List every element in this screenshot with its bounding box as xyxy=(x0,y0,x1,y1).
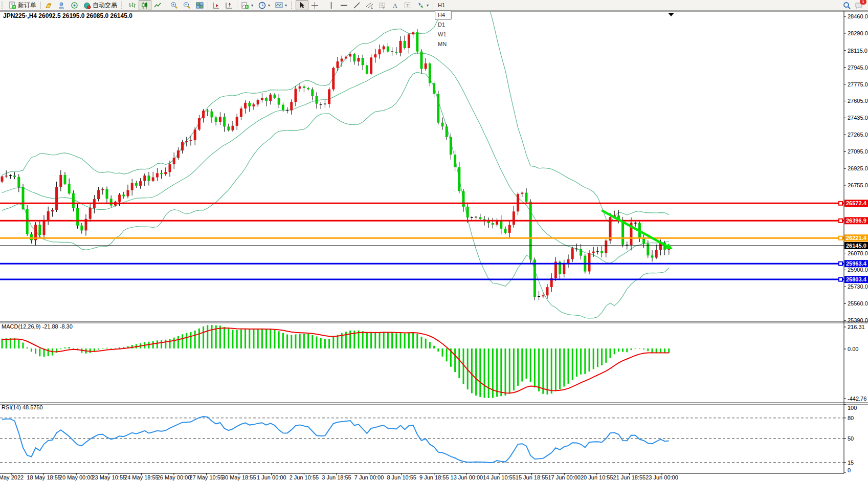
trendline-tool[interactable] xyxy=(350,0,363,10)
zoom-in-button[interactable] xyxy=(168,0,181,10)
svg-text:A: A xyxy=(393,2,397,9)
date-axis-label: 27 May 10:55 xyxy=(189,474,224,480)
date-axis-label: 21 Jun 18:55 xyxy=(613,474,646,480)
timeframe-button-H4[interactable]: H4 xyxy=(435,10,452,20)
indicator-panes xyxy=(0,325,844,463)
market-watch-button[interactable] xyxy=(42,0,55,10)
auto-trading-button[interactable]: 自动交易 xyxy=(81,0,120,10)
svg-text:T: T xyxy=(407,3,410,8)
rsi-label: RSI(14) 48.5750 xyxy=(2,404,43,410)
timeframe-button-D1[interactable]: D1 xyxy=(435,20,452,30)
price-axis-label: 26070.0 xyxy=(848,250,868,256)
price-axis-label: 28460.0 xyxy=(848,13,868,19)
level-price-label: 26145.0 xyxy=(846,243,866,249)
horizontal-line-icon xyxy=(340,2,348,9)
fibonacci-tool[interactable]: F xyxy=(376,0,389,10)
level-handle[interactable] xyxy=(839,262,842,266)
level-price-label: 25963.4 xyxy=(846,260,867,267)
rsi-line xyxy=(2,417,669,463)
date-axis-label: 7 Jun 00:00 xyxy=(354,474,384,480)
price-axis-label: 25900.0 xyxy=(848,267,868,273)
price-axis-label: 25390.0 xyxy=(848,317,868,323)
chart-title: JPN225-,H4 26092.5 26195.0 26085.0 26145… xyxy=(3,12,132,19)
price-axis-label: 27435.0 xyxy=(848,115,868,121)
macd-axis-label: 216.31 xyxy=(848,324,865,330)
level-handle[interactable] xyxy=(839,236,842,240)
profile-button[interactable] xyxy=(55,0,68,10)
channel-tool[interactable]: E xyxy=(363,0,376,10)
line-chart-icon xyxy=(154,2,162,9)
level-price-label: 26221.4 xyxy=(846,235,867,241)
date-axis-label: 3 Jun 18:55 xyxy=(322,474,351,480)
candle-chart-mode-button[interactable] xyxy=(139,0,151,10)
signal-button[interactable] xyxy=(68,0,81,10)
bar-chart-icon xyxy=(128,2,136,9)
timeframe-button-MN[interactable]: MN xyxy=(435,39,452,49)
auto-trading-icon xyxy=(83,2,91,9)
text-tool[interactable]: A xyxy=(389,0,402,10)
date-axis-label: 13 Jun 00:00 xyxy=(451,474,483,480)
svg-text:E: E xyxy=(371,6,373,9)
date-axis-label: 9 Jun 18:55 xyxy=(419,474,449,480)
crosshair-tool-button[interactable] xyxy=(308,0,321,10)
date-axis-label: 15 Jun 18:55 xyxy=(516,474,548,480)
template-button[interactable]: ▾ xyxy=(273,0,290,10)
trendline[interactable] xyxy=(603,211,668,247)
date-axis-label: 20 May 00:00 xyxy=(59,474,94,480)
text-icon: A xyxy=(391,2,399,9)
chart-canvas[interactable]: 26572.426396.926221.426145.025963.425803… xyxy=(0,0,868,481)
auto-scroll-button[interactable] xyxy=(210,0,222,10)
template-icon xyxy=(275,2,283,9)
zoom-in-icon xyxy=(170,2,178,9)
date-axis-label: May 2022 xyxy=(0,474,24,480)
line-chart-mode-button[interactable] xyxy=(151,0,164,10)
svg-text:F: F xyxy=(383,6,385,9)
zoom-out-button[interactable] xyxy=(181,0,193,10)
trading-platform-window: 新订单 自动交易 xyxy=(0,0,868,481)
toolbar-grip xyxy=(2,2,5,9)
auto-scroll-icon xyxy=(212,2,220,9)
cursor-tool-button[interactable] xyxy=(296,0,308,10)
level-price-label: 25803.4 xyxy=(846,276,867,282)
arrows-icon xyxy=(417,2,425,9)
chat-icon[interactable]: 1 xyxy=(855,2,864,9)
fibonacci-icon: F xyxy=(379,2,386,9)
rsi-axis-label: 0 xyxy=(848,467,851,473)
price-axis-label: 26755.0 xyxy=(848,182,868,188)
level-handle[interactable] xyxy=(839,278,842,281)
notification-badge: 1 xyxy=(860,0,866,5)
text-label-tool[interactable]: T xyxy=(402,0,414,10)
bar-chart-mode-button[interactable] xyxy=(126,0,139,10)
date-axis-label: 14 Jun 10:55 xyxy=(483,474,516,480)
search-icon[interactable] xyxy=(843,2,851,9)
vertical-line-icon xyxy=(327,2,335,9)
trendline-icon xyxy=(353,2,361,9)
date-axis-label: 17 Jun 00:00 xyxy=(548,474,581,480)
tile-windows-button[interactable] xyxy=(193,0,206,10)
add-indicator-button[interactable]: ▾ xyxy=(239,0,256,10)
date-axis-label: 20 Jun 10:55 xyxy=(581,474,613,480)
period-button[interactable]: ▾ xyxy=(256,0,273,10)
zoom-out-icon xyxy=(183,2,191,9)
chart-shift-button[interactable] xyxy=(222,0,235,10)
level-handle[interactable] xyxy=(839,202,842,205)
horizontal-levels[interactable]: 26572.426396.926221.426145.025963.425803… xyxy=(0,200,868,283)
horizontal-line-tool[interactable] xyxy=(338,0,350,10)
chart-shift-icon xyxy=(225,2,233,9)
tile-windows-icon xyxy=(196,2,204,9)
timeframe-button-W1[interactable]: W1 xyxy=(435,30,452,39)
level-price-label: 26572.4 xyxy=(846,200,867,206)
macd-axis-label: -442.76 xyxy=(848,396,866,402)
new-order-button[interactable]: 新订单 xyxy=(6,0,39,10)
arrows-tool[interactable]: ▾ xyxy=(414,0,431,10)
price-axis-label: 27265.0 xyxy=(848,132,868,138)
add-indicator-icon xyxy=(241,2,249,9)
level-handle[interactable] xyxy=(839,219,842,223)
rsi-axis-label: 15 xyxy=(848,460,854,466)
toolbar: 新订单 自动交易 xyxy=(0,0,868,11)
date-axis-label: 24 May 18:55 xyxy=(124,474,159,480)
gold-bar-icon xyxy=(45,2,53,9)
shift-marker xyxy=(668,13,674,16)
timeframe-button-H1[interactable]: H1 xyxy=(435,1,452,10)
vertical-line-tool[interactable] xyxy=(325,0,338,10)
